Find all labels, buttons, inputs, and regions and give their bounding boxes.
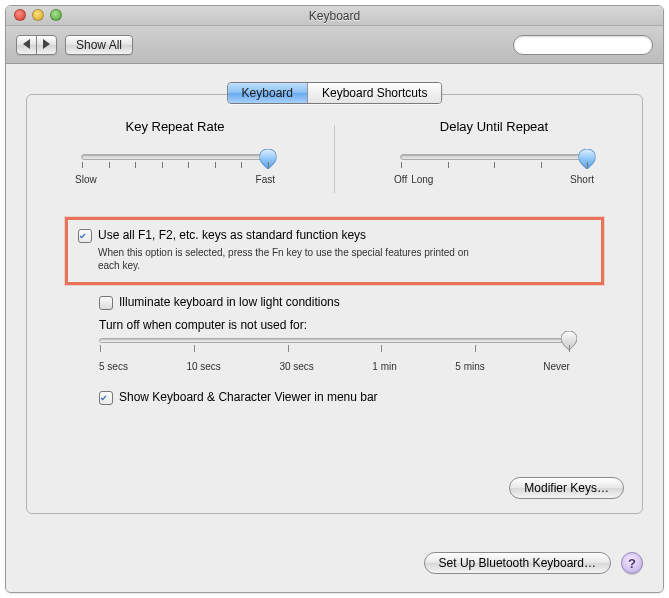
turnoff-mark-label: 5 mins (455, 361, 484, 372)
fn-keys-highlight: Use all F1, F2, etc. keys as standard fu… (65, 217, 604, 285)
key-repeat-slider[interactable] (81, 154, 269, 160)
top-sliders: Key Repeat Rate Slow Fast Delay Until Re… (27, 95, 642, 193)
delay-max-label: Short (570, 174, 594, 185)
turnoff-mark-label: 5 secs (99, 361, 128, 372)
tab-panel: Keyboard Keyboard Shortcuts Key Repeat R… (26, 94, 643, 514)
footer: Set Up Bluetooth Keyboard… ? (424, 552, 643, 574)
turnoff-labels: 5 secs10 secs30 secs1 min5 minsNever (99, 361, 570, 372)
illuminate-label: Illuminate keyboard in low light conditi… (119, 295, 340, 309)
zoom-icon[interactable] (50, 9, 62, 21)
preferences-window: Keyboard Show All Keyboard Keyboard Shor… (5, 5, 664, 593)
turnoff-slider[interactable] (99, 338, 570, 343)
chevron-right-icon (43, 39, 50, 49)
key-repeat-min-label: Slow (75, 174, 97, 185)
delay-title: Delay Until Repeat (394, 119, 594, 134)
illuminate-checkbox[interactable] (99, 296, 113, 310)
toolbar: Show All (6, 26, 663, 64)
window-title: Keyboard (6, 6, 663, 26)
search-input[interactable] (524, 39, 662, 51)
delay-section: Delay Until Repeat Off Long Short (394, 119, 594, 193)
help-button[interactable]: ? (621, 552, 643, 574)
divider (334, 125, 335, 193)
fn-keys-label: Use all F1, F2, etc. keys as standard fu… (98, 228, 366, 242)
turnoff-mark-label: Never (543, 361, 570, 372)
fn-keys-description: When this option is selected, press the … (98, 246, 478, 272)
delay-slider[interactable] (400, 154, 588, 160)
back-button[interactable] (16, 35, 37, 55)
chevron-left-icon (23, 39, 30, 49)
show-viewer-checkbox[interactable] (99, 391, 113, 405)
turnoff-slider-section: 5 secs10 secs30 secs1 min5 minsNever (99, 338, 570, 372)
modifier-keys-button[interactable]: Modifier Keys… (509, 477, 624, 499)
forward-button[interactable] (36, 35, 57, 55)
turnoff-mark-label: 30 secs (279, 361, 313, 372)
minimize-icon[interactable] (32, 9, 44, 21)
key-repeat-max-label: Fast (256, 174, 275, 185)
show-all-button[interactable]: Show All (65, 35, 133, 55)
turnoff-mark-label: 1 min (372, 361, 396, 372)
show-viewer-label: Show Keyboard & Character Viewer in menu… (119, 390, 378, 404)
turnoff-mark-label: 10 secs (186, 361, 220, 372)
window-controls (14, 9, 62, 21)
bluetooth-keyboard-button[interactable]: Set Up Bluetooth Keyboard… (424, 552, 611, 574)
key-repeat-title: Key Repeat Rate (75, 119, 275, 134)
delay-min-label: Long (407, 174, 570, 185)
turnoff-label: Turn off when computer is not used for: (99, 318, 642, 332)
content-area: Keyboard Keyboard Shortcuts Key Repeat R… (6, 64, 663, 592)
delay-off-label: Off (394, 174, 407, 185)
search-field[interactable] (513, 35, 653, 55)
key-repeat-section: Key Repeat Rate Slow Fast (75, 119, 275, 193)
titlebar: Keyboard (6, 6, 663, 26)
close-icon[interactable] (14, 9, 26, 21)
fn-keys-checkbox[interactable] (78, 229, 92, 243)
nav-buttons (16, 35, 57, 55)
